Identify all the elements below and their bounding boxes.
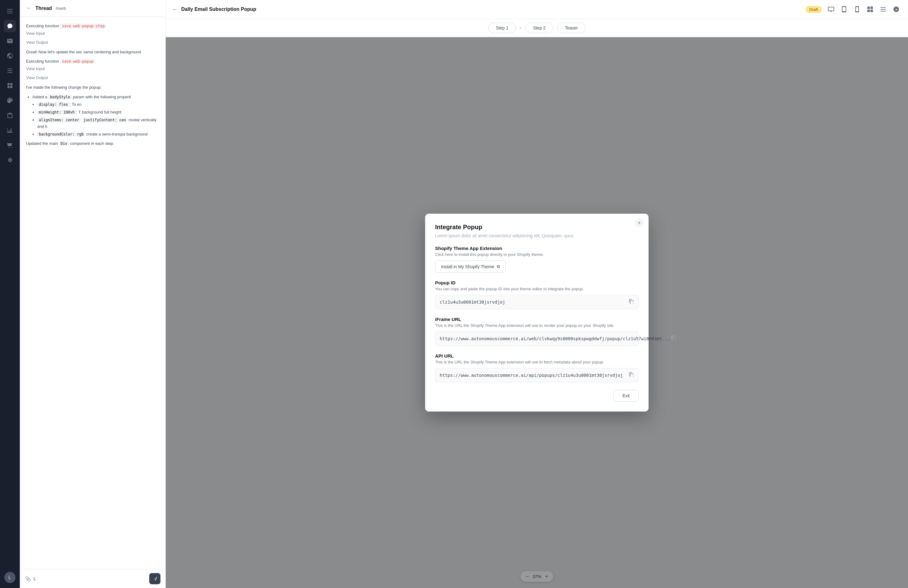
view-output-link-2[interactable]: View Output	[26, 76, 159, 80]
svg-rect-14	[881, 7, 886, 8]
popup-id-field: clz1u4u3u0001mt30jsrvdjoj	[435, 295, 639, 309]
popup-id-title: Popup ID	[435, 280, 639, 285]
sidebar-chart-icon[interactable]	[4, 124, 16, 137]
sidebar-mail-icon[interactable]	[4, 35, 16, 47]
sidebar-grid-icon[interactable]	[4, 79, 16, 92]
api-title: API URL	[435, 353, 639, 358]
thread-input-area: 📎	[20, 569, 166, 588]
modal-close-button[interactable]: ×	[635, 218, 644, 227]
api-desc: This is the URL the Shopify Theme App ex…	[435, 360, 639, 365]
step-2-pill[interactable]: Step 2	[525, 22, 553, 33]
view-output-link-1[interactable]: View Output	[26, 40, 159, 45]
popup-id-value: clz1u4u3u0001mt30jsrvdjoj	[440, 300, 628, 305]
code-justify-content: justifyContent: cen	[82, 117, 127, 122]
sidebar-cart-icon[interactable]	[4, 139, 16, 151]
svg-rect-11	[871, 6, 873, 9]
iframe-field: https://www.autonomouscommerce.ai/web/cl…	[435, 331, 639, 346]
step-arrow: ›	[520, 25, 522, 31]
executing-label-2: Executing function save-web-popup	[26, 58, 159, 64]
steps-bar: Step 1 › Step 2 Teaser	[166, 19, 908, 37]
copy-iframe-button[interactable]	[670, 335, 676, 342]
svg-rect-9	[10, 86, 13, 88]
changes-list: Added a bodyStyle param with the followi…	[32, 94, 159, 138]
svg-rect-3	[8, 69, 13, 69]
history-button[interactable]	[890, 4, 902, 15]
modal-overlay: × Integrate Popup Lorem ipsum dolor sit …	[166, 37, 908, 588]
code-bg-color: backgroundColor: rgb	[37, 132, 85, 137]
updated-div-text: Updated the main Div component in each s…	[26, 140, 159, 147]
send-button[interactable]	[149, 573, 161, 584]
popup-id-desc: You can copy and paste the popup ID into…	[435, 286, 639, 291]
code-align-items: alignItems: center	[37, 117, 80, 122]
svg-rect-13	[871, 10, 873, 12]
draft-badge: Draft	[806, 6, 822, 13]
shopify-section-desc: Click here to install this popup directl…	[435, 252, 639, 257]
great-text: Great! Now let's update the sec same cen…	[26, 49, 159, 56]
step-1-pill[interactable]: Step 1	[488, 22, 516, 33]
svg-rect-15	[881, 9, 886, 10]
sidebar-list-icon[interactable]	[4, 64, 16, 77]
svg-rect-5	[8, 72, 13, 73]
thread-panel: ← Thread #web Executing function save-we…	[20, 0, 166, 588]
copy-api-button[interactable]	[628, 371, 634, 379]
editor-toolbar	[826, 4, 902, 15]
shopify-section-title: Shopify Theme App Extension	[435, 246, 639, 251]
editor-title: Dally Email Subscription Popup	[181, 6, 802, 12]
thread-title: Thread	[35, 6, 52, 11]
sidebar-settings-icon[interactable]	[4, 154, 16, 166]
api-field: https://www.autonomouscommerce.ai/api/po…	[435, 368, 639, 382]
svg-rect-1	[7, 11, 13, 11]
change-item-1c: alignItems: center justifyContent: cen m…	[37, 117, 159, 130]
sidebar-palette-icon[interactable]	[4, 94, 16, 107]
integrate-popup-modal: × Integrate Popup Lorem ipsum dolor sit …	[425, 214, 649, 411]
editor-back-button[interactable]: ←	[172, 6, 177, 13]
editor-header: ← Dally Email Subscription Popup Draft	[166, 0, 908, 19]
change-item-1a: display: flex: To en	[37, 101, 159, 108]
sidebar: L	[0, 0, 20, 588]
sidebar-globe-icon[interactable]	[4, 50, 16, 62]
editor-panel: ← Dally Email Subscription Popup Draft	[166, 0, 908, 588]
sidebar-toggle-icon[interactable]	[4, 5, 16, 18]
install-btn-label: Install in My Shopify Theme	[441, 264, 494, 269]
svg-rect-2	[7, 13, 13, 13]
thread-back-button[interactable]: ←	[26, 5, 32, 11]
svg-rect-7	[10, 83, 13, 85]
menu-button[interactable]	[877, 4, 889, 15]
code-div: Div	[59, 141, 69, 146]
teaser-pill[interactable]: Teaser	[557, 22, 586, 33]
mobile-view-button[interactable]	[852, 4, 863, 15]
executing-label-1: Executing function save-web-popup-step	[26, 23, 159, 29]
thread-input-field[interactable]	[34, 576, 147, 581]
func-label-2: save-web-popup	[60, 59, 95, 64]
grid-layout-button[interactable]	[865, 4, 876, 15]
tablet-view-button[interactable]	[839, 4, 850, 15]
copy-popup-id-button[interactable]	[628, 298, 634, 306]
modal-footer: Exit	[435, 390, 639, 402]
thread-content: Executing function save-web-popup-step V…	[20, 17, 166, 569]
svg-rect-12	[867, 10, 870, 12]
svg-rect-8	[8, 86, 10, 88]
user-avatar[interactable]: L	[4, 572, 16, 583]
sidebar-chat-icon[interactable]	[4, 20, 16, 32]
made-changes-text: I've made the following change the popup…	[26, 84, 159, 91]
change-item-1b: minHeight: 100vh: T background full heig…	[37, 109, 159, 116]
canvas-area: DESKTOP × Thanks for wandering your way …	[166, 37, 908, 588]
view-input-link-1[interactable]: View Input	[26, 31, 159, 36]
exit-button[interactable]: Exit	[613, 390, 639, 402]
sidebar-clipboard-icon[interactable]	[4, 109, 16, 122]
install-shopify-button[interactable]: Install in My Shopify Theme ⧉	[435, 260, 506, 273]
attachment-icon[interactable]: 📎	[25, 576, 31, 582]
view-input-link-2[interactable]: View Input	[26, 66, 159, 71]
iframe-value: https://www.autonomouscommerce.ai/web/cl…	[440, 336, 670, 341]
svg-rect-6	[8, 83, 10, 85]
modal-title: Integrate Popup	[435, 223, 639, 231]
thread-tag: #web	[56, 6, 66, 11]
svg-rect-4	[8, 71, 13, 71]
change-item-1d: backgroundColor: rgb create a semi-trans…	[37, 131, 159, 138]
svg-rect-0	[7, 9, 13, 10]
desktop-view-button[interactable]	[826, 4, 837, 15]
code-display-flex: display: flex	[37, 102, 69, 107]
api-value: https://www.autonomouscommerce.ai/api/po…	[440, 373, 628, 378]
svg-rect-16	[881, 11, 886, 11]
func-label-1: save-web-popup-step	[60, 24, 106, 29]
